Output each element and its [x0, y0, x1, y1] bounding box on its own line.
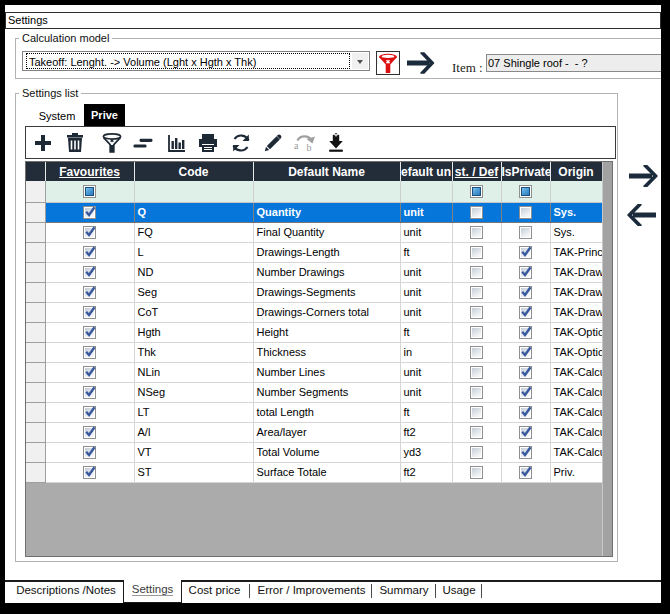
svg-text:b: b: [307, 142, 312, 153]
svg-text:a: a: [294, 140, 299, 151]
